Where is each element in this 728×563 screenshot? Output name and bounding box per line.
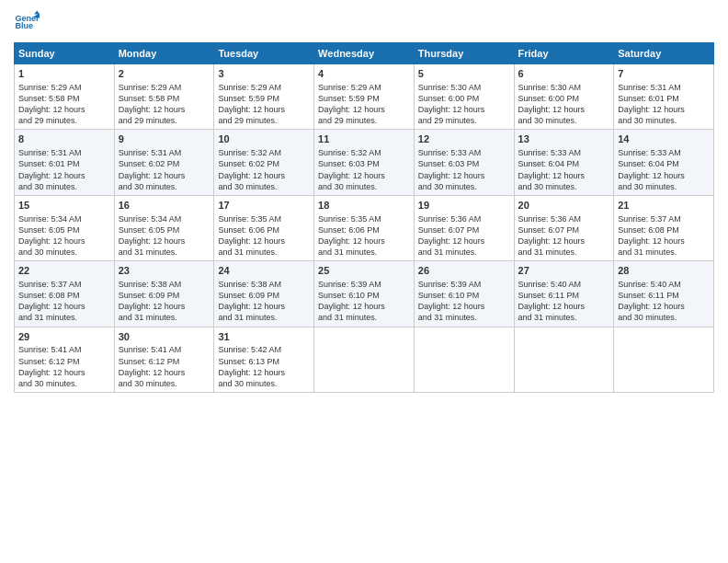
- calendar-cell: 23Sunrise: 5:38 AMSunset: 6:09 PMDayligh…: [114, 261, 214, 327]
- day-info-line: Daylight: 12 hours: [218, 170, 310, 181]
- calendar-cell: 21Sunrise: 5:37 AMSunset: 6:08 PMDayligh…: [614, 195, 714, 260]
- day-info-line: Daylight: 12 hours: [518, 170, 610, 181]
- day-info-line: Sunrise: 5:31 AM: [18, 147, 110, 158]
- day-info-line: Sunrise: 5:40 AM: [618, 279, 710, 290]
- day-info-line: Sunrise: 5:37 AM: [618, 213, 710, 224]
- day-number: 19: [418, 199, 510, 213]
- calendar-cell: 2Sunrise: 5:29 AMSunset: 5:58 PMDaylight…: [114, 64, 214, 130]
- day-info-line: and 31 minutes.: [218, 312, 310, 323]
- day-info-line: Sunset: 6:11 PM: [518, 290, 610, 301]
- calendar-cell: 12Sunrise: 5:33 AMSunset: 6:03 PMDayligh…: [414, 130, 514, 195]
- day-info-line: and 30 minutes.: [119, 378, 210, 389]
- day-info-line: Sunset: 6:00 PM: [518, 93, 610, 104]
- day-info-line: and 31 minutes.: [618, 247, 710, 258]
- week-row-4: 22Sunrise: 5:37 AMSunset: 6:08 PMDayligh…: [15, 261, 714, 327]
- column-header-thursday: Thursday: [414, 43, 514, 64]
- day-info-line: Sunset: 5:58 PM: [18, 93, 110, 104]
- day-info-line: and 30 minutes.: [418, 181, 510, 192]
- calendar-cell: 4Sunrise: 5:29 AMSunset: 5:59 PMDaylight…: [314, 64, 415, 130]
- day-info-line: Sunrise: 5:34 AM: [119, 213, 210, 224]
- day-info-line: Sunset: 6:12 PM: [119, 356, 210, 367]
- column-header-friday: Friday: [514, 43, 614, 64]
- week-row-5: 29Sunrise: 5:41 AMSunset: 6:12 PMDayligh…: [15, 327, 714, 392]
- day-info-line: Sunset: 6:05 PM: [119, 224, 210, 236]
- day-info-line: Daylight: 12 hours: [18, 104, 110, 115]
- day-info-line: Sunrise: 5:35 AM: [218, 213, 310, 224]
- column-header-tuesday: Tuesday: [214, 43, 314, 64]
- day-number: 21: [618, 199, 710, 213]
- calendar-cell: 28Sunrise: 5:40 AMSunset: 6:11 PMDayligh…: [614, 261, 714, 327]
- day-info-line: Sunrise: 5:41 AM: [119, 344, 210, 355]
- day-number: 30: [119, 330, 210, 344]
- week-row-3: 15Sunrise: 5:34 AMSunset: 6:05 PMDayligh…: [15, 195, 714, 260]
- day-info-line: Sunrise: 5:31 AM: [618, 82, 710, 93]
- calendar-cell: 31Sunrise: 5:42 AMSunset: 6:13 PMDayligh…: [214, 327, 314, 392]
- day-info-line: and 31 minutes.: [18, 312, 110, 323]
- calendar-cell: 8Sunrise: 5:31 AMSunset: 6:01 PMDaylight…: [15, 130, 115, 195]
- week-row-1: 1Sunrise: 5:29 AMSunset: 5:58 PMDaylight…: [15, 64, 714, 130]
- calendar-cell: 19Sunrise: 5:36 AMSunset: 6:07 PMDayligh…: [414, 195, 514, 260]
- day-info-line: and 31 minutes.: [518, 312, 610, 323]
- day-number: 24: [218, 264, 310, 278]
- day-info-line: Daylight: 12 hours: [418, 301, 510, 312]
- day-info-line: Sunset: 6:08 PM: [18, 290, 110, 301]
- day-info-line: and 29 minutes.: [418, 115, 510, 126]
- calendar-cell: 26Sunrise: 5:39 AMSunset: 6:10 PMDayligh…: [414, 261, 514, 327]
- day-info-line: Sunset: 6:09 PM: [218, 290, 310, 301]
- calendar-cell: 6Sunrise: 5:30 AMSunset: 6:00 PMDaylight…: [514, 64, 614, 130]
- day-info-line: Sunset: 6:00 PM: [418, 93, 510, 104]
- day-info-line: and 30 minutes.: [518, 181, 610, 192]
- day-info-line: Sunrise: 5:33 AM: [518, 147, 610, 158]
- day-info-line: Daylight: 12 hours: [618, 236, 710, 247]
- day-info-line: and 30 minutes.: [218, 181, 310, 192]
- day-info-line: Sunrise: 5:33 AM: [618, 147, 710, 158]
- day-info-line: Sunrise: 5:30 AM: [418, 82, 510, 93]
- calendar-cell: 20Sunrise: 5:36 AMSunset: 6:07 PMDayligh…: [514, 195, 614, 260]
- day-info-line: and 30 minutes.: [119, 181, 210, 192]
- day-info-line: and 31 minutes.: [518, 247, 610, 258]
- day-info-line: and 30 minutes.: [318, 181, 410, 192]
- day-info-line: Sunrise: 5:29 AM: [218, 82, 310, 93]
- column-header-sunday: Sunday: [15, 43, 115, 64]
- day-info-line: Daylight: 12 hours: [18, 301, 110, 312]
- day-info-line: and 31 minutes.: [318, 312, 410, 323]
- day-number: 12: [418, 132, 510, 146]
- day-number: 5: [418, 67, 510, 81]
- day-number: 17: [218, 199, 310, 213]
- day-info-line: Sunset: 6:06 PM: [218, 224, 310, 236]
- day-info-line: Sunset: 6:12 PM: [18, 356, 110, 367]
- day-info-line: Sunset: 6:09 PM: [119, 290, 210, 301]
- day-info-line: Sunrise: 5:37 AM: [18, 279, 110, 290]
- day-info-line: and 31 minutes.: [119, 312, 210, 323]
- day-info-line: Sunrise: 5:29 AM: [318, 82, 410, 93]
- day-info-line: Sunset: 6:01 PM: [618, 93, 710, 104]
- calendar-cell: 27Sunrise: 5:40 AMSunset: 6:11 PMDayligh…: [514, 261, 614, 327]
- calendar-cell: 1Sunrise: 5:29 AMSunset: 5:58 PMDaylight…: [15, 64, 115, 130]
- day-number: 20: [518, 199, 610, 213]
- day-number: 10: [218, 132, 310, 146]
- calendar-cell: 9Sunrise: 5:31 AMSunset: 6:02 PMDaylight…: [114, 130, 214, 195]
- header: General Blue: [14, 9, 714, 35]
- day-number: 9: [119, 132, 210, 146]
- day-info-line: Sunset: 6:11 PM: [618, 290, 710, 301]
- day-number: 29: [18, 330, 110, 344]
- day-info-line: Sunset: 5:58 PM: [119, 93, 210, 104]
- day-info-line: Sunrise: 5:32 AM: [218, 147, 310, 158]
- day-info-line: Sunset: 6:13 PM: [218, 356, 310, 367]
- day-info-line: Sunrise: 5:39 AM: [418, 279, 510, 290]
- day-info-line: Daylight: 12 hours: [18, 170, 110, 181]
- day-info-line: Sunrise: 5:30 AM: [518, 82, 610, 93]
- day-info-line: Sunrise: 5:32 AM: [318, 147, 410, 158]
- day-info-line: Daylight: 12 hours: [218, 301, 310, 312]
- day-info-line: Sunrise: 5:38 AM: [218, 279, 310, 290]
- day-info-line: Daylight: 12 hours: [418, 104, 510, 115]
- day-number: 3: [218, 67, 310, 81]
- day-info-line: and 31 minutes.: [418, 312, 510, 323]
- day-info-line: and 31 minutes.: [119, 247, 210, 258]
- day-info-line: Sunrise: 5:36 AM: [518, 213, 610, 224]
- day-number: 16: [119, 199, 210, 213]
- calendar-cell: 7Sunrise: 5:31 AMSunset: 6:01 PMDaylight…: [614, 64, 714, 130]
- day-info-line: Daylight: 12 hours: [218, 104, 310, 115]
- calendar-cell: 24Sunrise: 5:38 AMSunset: 6:09 PMDayligh…: [214, 261, 314, 327]
- day-info-line: Sunrise: 5:41 AM: [18, 344, 110, 355]
